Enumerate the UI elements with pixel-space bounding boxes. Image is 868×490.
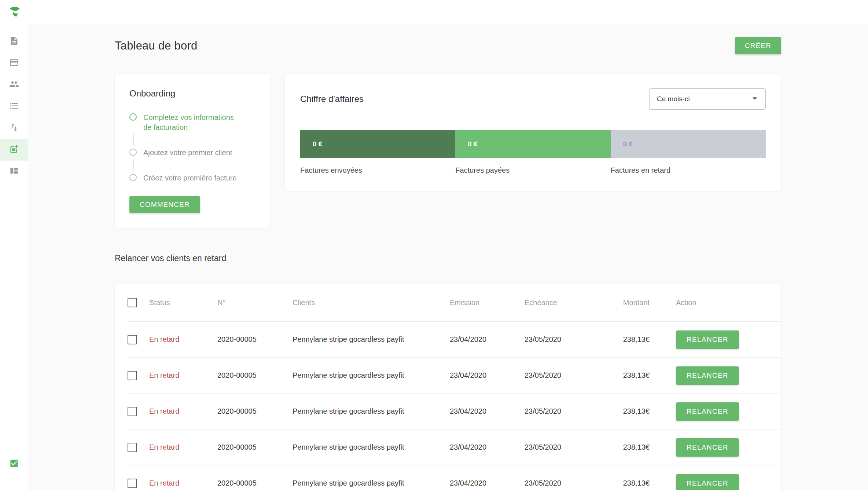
client-name: Pennylane stripe gocardless payfit	[293, 371, 450, 380]
segment-invoices-sent: 0 €	[300, 130, 455, 158]
page-title: Tableau de bord	[115, 39, 197, 52]
due-date: 23/05/2020	[525, 407, 623, 416]
sidebar-item-list[interactable]	[0, 96, 28, 117]
step-label: Créez votre première facture	[143, 173, 237, 183]
onboarding-stepper: Completez vos informations de facturatio…	[129, 113, 255, 183]
invoice-number: 2020-00005	[217, 335, 293, 344]
top-bar	[0, 0, 868, 24]
sidebar-bottom	[0, 458, 28, 470]
period-select-value: Ce mois-ci	[657, 95, 690, 103]
credit-card-icon	[9, 58, 19, 69]
step-circle-icon	[129, 174, 137, 181]
col-echeance: Échéance	[525, 299, 623, 307]
row-checkbox[interactable]	[128, 443, 137, 452]
invoice-number: 2020-00005	[217, 407, 293, 416]
client-name: Pennylane stripe gocardless payfit	[293, 443, 450, 451]
col-action: Action	[676, 299, 781, 307]
step-circle-icon	[129, 149, 137, 156]
late-invoices-table: Status N° Clients Émission Échéance Mont…	[115, 284, 781, 490]
emission-date: 23/04/2020	[450, 407, 525, 416]
people-icon	[9, 79, 19, 91]
sidebar-nav	[0, 31, 28, 182]
page-header: Tableau de bord CRÉER	[115, 37, 781, 54]
due-date: 23/05/2020	[525, 335, 623, 344]
relancer-button[interactable]: RELANCER	[676, 366, 739, 385]
col-emission: Émission	[450, 299, 525, 307]
segment-invoices-paid: 0 €	[455, 130, 610, 158]
segment-label-late: Factures en retard	[611, 166, 766, 175]
table-row: En retard 2020-00005 Pennylane stripe go…	[128, 465, 781, 490]
sidebar-item-layout[interactable]	[0, 161, 28, 182]
main-content: Tableau de bord CRÉER Onboarding Complet…	[0, 0, 868, 490]
sidebar-item-create-invoice[interactable]	[0, 139, 28, 161]
amount: 238,13€	[623, 443, 676, 451]
amount: 238,13€	[623, 407, 676, 416]
emission-date: 23/04/2020	[450, 443, 525, 451]
invoice-number: 2020-00005	[217, 371, 293, 380]
relancer-button[interactable]: RELANCER	[676, 474, 739, 490]
relancer-button[interactable]: RELANCER	[676, 402, 739, 421]
row-checkbox[interactable]	[128, 335, 137, 344]
segment-label-paid: Factures payées	[455, 166, 610, 175]
amount: 238,13€	[623, 335, 676, 344]
status-badge: En retard	[149, 371, 217, 380]
due-date: 23/05/2020	[525, 479, 623, 487]
segment-invoices-late: 0 €	[611, 130, 766, 158]
step-label: Ajoutez votre premier client	[143, 148, 232, 158]
col-clients: Clients	[293, 299, 450, 307]
relancer-button[interactable]: RELANCER	[676, 330, 739, 349]
start-onboarding-button[interactable]: COMMENCER	[129, 196, 200, 213]
client-name: Pennylane stripe gocardless payfit	[293, 479, 450, 487]
relancer-button[interactable]: RELANCER	[676, 438, 739, 457]
status-badge: En retard	[149, 407, 217, 416]
segment-label-sent: Factures envoyées	[300, 166, 455, 175]
sidebar	[0, 0, 28, 490]
create-button[interactable]: CRÉER	[735, 37, 781, 54]
select-all-checkbox[interactable]	[128, 298, 137, 307]
row-checkbox[interactable]	[128, 371, 137, 380]
late-clients-section-title: Relancer vos clients en retard	[115, 253, 781, 263]
col-number: N°	[217, 299, 293, 307]
row-checkbox[interactable]	[128, 479, 137, 488]
sidebar-item-clients[interactable]	[0, 74, 28, 96]
table-row: En retard 2020-00005 Pennylane stripe go…	[128, 393, 781, 429]
revenue-title: Chiffre d'affaires	[300, 94, 364, 104]
table-row: En retard 2020-00005 Pennylane stripe go…	[128, 429, 781, 465]
col-status: Status	[149, 299, 217, 307]
table-header-row: Status N° Clients Émission Échéance Mont…	[128, 284, 781, 321]
tasks-done-icon[interactable]	[9, 458, 19, 470]
onboarding-title: Onboarding	[129, 88, 255, 99]
client-name: Pennylane stripe gocardless payfit	[293, 407, 450, 416]
onboarding-step-3[interactable]: Créez votre première facture	[129, 173, 255, 183]
emission-date: 23/04/2020	[450, 479, 525, 487]
table-row: En retard 2020-00005 Pennylane stripe go…	[128, 321, 781, 357]
layout-icon	[9, 166, 19, 177]
period-select[interactable]: Ce mois-ci	[649, 88, 766, 110]
sidebar-item-transactions[interactable]	[0, 117, 28, 139]
status-badge: En retard	[149, 479, 217, 487]
col-montant: Montant	[623, 299, 676, 307]
onboarding-card: Onboarding Completez vos informations de…	[115, 74, 270, 228]
step-label: Completez vos informations de facturatio…	[143, 113, 237, 132]
status-badge: En retard	[149, 443, 217, 451]
client-name: Pennylane stripe gocardless payfit	[293, 335, 450, 344]
amount: 238,13€	[623, 371, 676, 380]
status-badge: En retard	[149, 335, 217, 344]
swap-vertical-icon	[9, 122, 19, 134]
step-connector	[133, 160, 133, 171]
emission-date: 23/04/2020	[450, 371, 525, 380]
table-row: En retard 2020-00005 Pennylane stripe go…	[128, 357, 781, 393]
step-connector	[133, 134, 133, 146]
revenue-bar: 0 € 0 € 0 €	[300, 130, 766, 158]
onboarding-step-1[interactable]: Completez vos informations de facturatio…	[129, 113, 255, 132]
onboarding-step-2[interactable]: Ajoutez votre premier client	[129, 148, 255, 158]
app-logo[interactable]	[8, 5, 22, 19]
due-date: 23/05/2020	[525, 443, 623, 451]
row-checkbox[interactable]	[128, 407, 137, 416]
sidebar-item-payments[interactable]	[0, 52, 28, 74]
sidebar-item-invoices[interactable]	[0, 31, 28, 52]
invoice-number: 2020-00005	[217, 443, 293, 451]
emission-date: 23/04/2020	[450, 335, 525, 344]
post-add-icon	[9, 144, 19, 156]
chevron-down-icon	[749, 93, 760, 105]
